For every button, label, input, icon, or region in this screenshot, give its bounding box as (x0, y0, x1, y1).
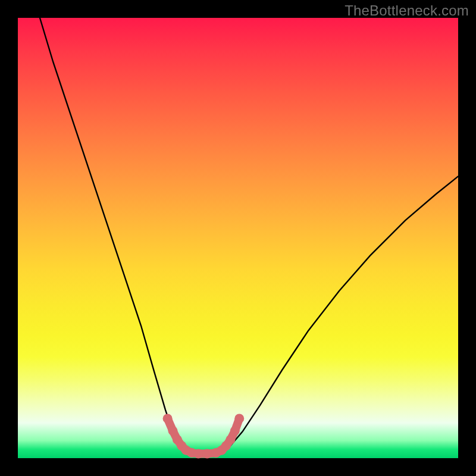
bottleneck-dot (230, 426, 240, 436)
left-curve (40, 18, 181, 447)
bottleneck-dot (163, 414, 173, 423)
bottleneck-dot (202, 449, 212, 459)
bottleneck-dot (234, 414, 244, 423)
bottleneck-dots (163, 414, 245, 458)
right-curve (229, 176, 458, 447)
curve-layer (18, 18, 458, 458)
bottleneck-dot (226, 435, 235, 444)
bottleneck-dot (168, 426, 177, 436)
chart-frame: TheBottleneck.com (0, 0, 476, 476)
watermark-text: TheBottleneck.com (345, 2, 469, 19)
bottleneck-dot (193, 449, 203, 459)
